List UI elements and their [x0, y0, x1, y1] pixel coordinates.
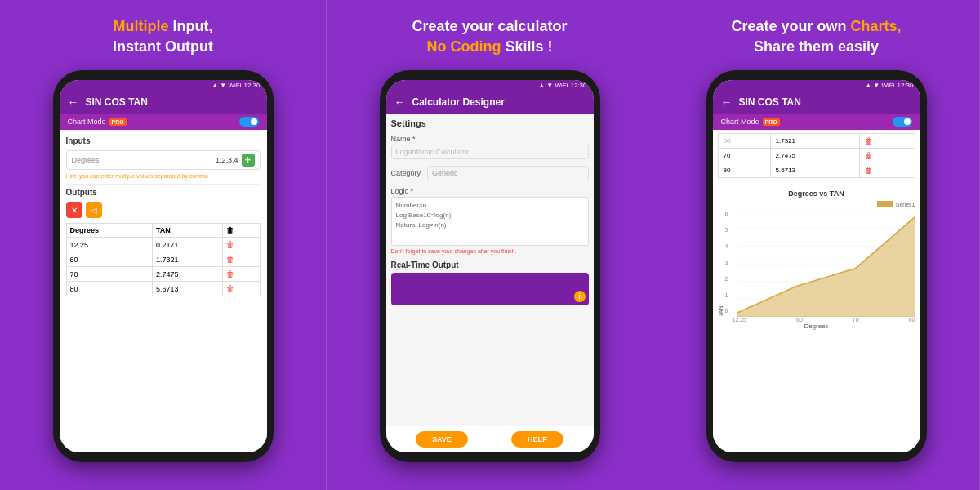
settings-title: Settings	[391, 118, 589, 128]
panel2-title: Create your calculator No Coding Skills …	[412, 16, 567, 57]
delete-btn[interactable]: 🗑	[865, 151, 873, 160]
legend-label: Series1	[896, 202, 915, 207]
panel3-title: Create your own Charts, Share them easil…	[731, 16, 901, 57]
panel1-highlight: Multiple	[114, 18, 173, 34]
panel1-title: Multiple Input, Instant Output	[113, 16, 213, 57]
col-tan-header: TAN	[152, 224, 223, 238]
logic-input[interactable]: Number=nLog Base10=log(n)Natural Log=ln(…	[391, 197, 589, 246]
col-degrees-header: Degrees	[66, 224, 152, 238]
delete-row-btn[interactable]: 🗑	[223, 267, 260, 282]
category-field-row: Category Generic	[391, 166, 589, 180]
phone2: ▲ ▼ WiFi 12:30 ← Calculator Designer Set…	[380, 70, 600, 462]
phone2-screen: ▲ ▼ WiFi 12:30 ← Calculator Designer Set…	[386, 80, 594, 452]
settings-form: Settings Name * Logarithmic Calculator C…	[386, 114, 594, 426]
logic-field-row: Logic * Number=nLog Base10=log(n)Natural…	[391, 187, 589, 254]
phone3-appbar: ← SIN COS TAN	[713, 91, 920, 114]
delete-row-btn[interactable]: 🗑	[223, 238, 260, 252]
phone1-status-bar: ▲ ▼ WiFi 12:30	[60, 80, 267, 91]
bottom-buttons: SAVE HELP	[386, 426, 594, 452]
phone3-status-bar: ▲ ▼ WiFi 12:30	[713, 80, 920, 91]
outputs-title: Outputs	[66, 188, 261, 197]
table-row: 80 5.6713 🗑	[718, 163, 915, 178]
degrees-value: 1,2,3,4	[216, 156, 238, 164]
phone1-chart-mode-bar: Chart Mode PRO	[60, 114, 267, 130]
chart-inner	[737, 211, 915, 317]
hint-text: Hint: you can enter multiple values sepa…	[66, 173, 261, 179]
delete-btn[interactable]: 🗑	[865, 166, 873, 175]
divider1	[66, 184, 261, 185]
chart-panel-table: 60 1.7321 🗑 70 2.7475 🗑 80 5.6713	[718, 133, 915, 178]
realtime-output-box: i	[391, 273, 589, 305]
inputs-title: Inputs	[66, 136, 261, 145]
results-table: Degrees TAN 🗑 12.25 0.2171 🗑 60	[66, 223, 261, 296]
x-axis-title: Degrees	[718, 323, 915, 330]
warning-text: Don't forget to save your changes after …	[391, 248, 589, 254]
chart-panel-table-area: 60 1.7321 🗑 70 2.7475 🗑 80 5.6713	[713, 130, 920, 185]
chart-mode-toggle3[interactable]	[893, 117, 912, 127]
phone2-status-bar: ▲ ▼ WiFi 12:30	[386, 80, 594, 91]
chart-area: Degrees vs TAN Series1 TAN 6 5 4 3 2 1 0	[713, 185, 920, 452]
name-input[interactable]: Logarithmic Calculator	[391, 145, 589, 159]
info-icon[interactable]: i	[574, 291, 586, 302]
panel-multiple-input: Multiple Input, Instant Output ▲ ▼ WiFi …	[0, 0, 327, 490]
phone1-screen-content: Inputs Degrees 1,2,3,4 + Hint: you can e…	[60, 130, 267, 452]
table-row: 60 1.7321 🗑	[66, 252, 260, 267]
chart-mode-label: Chart Mode PRO	[68, 118, 127, 126]
realtime-title: Real-Time Output	[391, 261, 589, 270]
add-button[interactable]: +	[242, 154, 255, 167]
back-arrow-icon[interactable]: ←	[68, 96, 79, 109]
output-actions: ✕ ◁	[66, 202, 261, 218]
name-label: Name *	[391, 135, 589, 143]
panel-charts: Create your own Charts, Share them easil…	[653, 0, 980, 490]
phone2-appbar-title: Calculator Designer	[412, 96, 505, 108]
phone1-appbar-title: SIN COS TAN	[86, 96, 148, 108]
panel3-highlight: Charts,	[851, 18, 902, 34]
table-row: 70 2.7475 🗑	[66, 267, 260, 282]
degrees-label: Degrees	[72, 156, 216, 164]
pro-badge3: PRO	[763, 118, 780, 126]
phone3-screen: ▲ ▼ WiFi 12:30 ← SIN COS TAN Chart Mode …	[713, 80, 920, 452]
phone1: ▲ ▼ WiFi 12:30 ← SIN COS TAN Chart Mode …	[53, 70, 274, 462]
table-row: 70 2.7475 🗑	[718, 149, 915, 163]
back-arrow-icon3[interactable]: ←	[721, 96, 733, 109]
legend-color-box	[877, 201, 893, 207]
chart-svg	[737, 211, 915, 317]
phone3-appbar-title: SIN COS TAN	[739, 96, 801, 108]
chart-mode-label3: Chart Mode PRO	[721, 118, 780, 126]
clear-button[interactable]: ✕	[66, 202, 82, 218]
logic-label: Logic *	[391, 187, 589, 195]
panel-calculator-designer: Create your calculator No Coding Skills …	[327, 0, 653, 490]
name-field-row: Name * Logarithmic Calculator	[391, 135, 589, 159]
chart-legend: Series1	[718, 201, 915, 207]
category-input[interactable]: Generic	[427, 166, 588, 180]
back-arrow-icon2[interactable]: ←	[394, 96, 406, 109]
phone1-screen: ▲ ▼ WiFi 12:30 ← SIN COS TAN Chart Mode …	[60, 80, 267, 452]
chart-area-fill	[737, 216, 915, 317]
degrees-input-row: Degrees 1,2,3,4 +	[66, 150, 261, 170]
phone1-appbar: ← SIN COS TAN	[60, 91, 267, 114]
delete-row-btn[interactable]: 🗑	[223, 252, 260, 267]
share-button[interactable]: ◁	[86, 202, 102, 218]
pro-badge: PRO	[109, 118, 127, 126]
delete-btn[interactable]: 🗑	[865, 136, 873, 145]
chart-title: Degrees vs TAN	[718, 189, 915, 198]
phone2-appbar: ← Calculator Designer	[386, 91, 594, 114]
x-axis-labels: 12.25 60 70 80	[718, 317, 915, 323]
phone3: ▲ ▼ WiFi 12:30 ← SIN COS TAN Chart Mode …	[706, 70, 927, 462]
delete-row-btn[interactable]: 🗑	[223, 282, 260, 296]
phone3-chart-mode-bar: Chart Mode PRO	[713, 114, 920, 130]
table-row: 80 5.6713 🗑	[66, 282, 260, 296]
help-button[interactable]: HELP	[511, 431, 564, 448]
y-axis-title: TAN	[718, 211, 724, 317]
chart-with-yaxis: TAN 6 5 4 3 2 1 0	[718, 211, 915, 317]
y-axis-labels: 6 5 4 3 2 1 0	[725, 211, 737, 317]
table-row: 60 1.7321 🗑	[718, 134, 915, 149]
panel2-highlight: No Coding	[426, 38, 501, 55]
table-row: 12.25 0.2171 🗑	[66, 238, 260, 252]
chart-mode-toggle[interactable]	[239, 117, 259, 127]
col-delete-header: 🗑	[223, 224, 260, 238]
category-label: Category	[391, 169, 421, 177]
save-button[interactable]: SAVE	[416, 431, 468, 448]
